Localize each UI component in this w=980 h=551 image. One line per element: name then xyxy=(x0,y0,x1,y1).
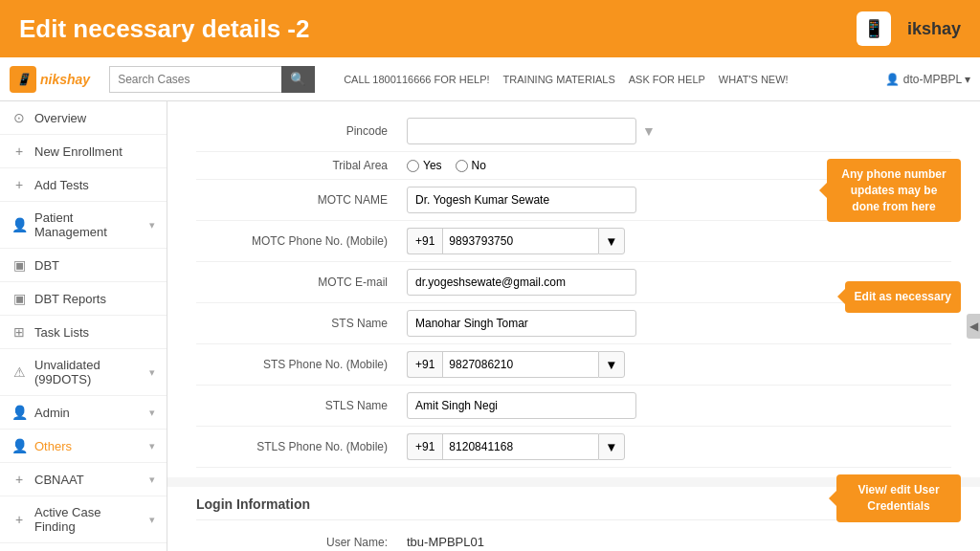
sidebar-label-task-lists: Task Lists xyxy=(34,325,155,340)
admin-icon: 👤 xyxy=(11,405,27,420)
collapse-sidebar-button[interactable]: ◀ xyxy=(967,314,980,339)
sidebar-label-dbt-reports: DBT Reports xyxy=(34,292,155,306)
tribal-area-yes[interactable]: Yes xyxy=(407,159,442,172)
cbnaat-icon: + xyxy=(11,472,27,487)
nav-logo-box: 📱 xyxy=(10,66,36,93)
navbar: 📱 nikshay 🔍 CALL 1800116666 FOR HELP! TR… xyxy=(0,57,980,101)
header-logo: 📱 nikshay xyxy=(857,11,961,46)
sidebar-label-patient-management: Patient Management xyxy=(34,210,142,239)
username-value: tbu-MPBPL01 xyxy=(407,535,484,549)
sidebar-item-active-case[interactable]: + Active Case Finding ▾ xyxy=(0,496,167,543)
sidebar-item-dbt[interactable]: ▣ DBT xyxy=(0,249,167,282)
tribal-area-radios: Yes No xyxy=(407,159,486,172)
logo-icon-box: 📱 xyxy=(857,11,891,46)
sidebar-item-others[interactable]: 👤 Others ▾ xyxy=(0,430,167,463)
sidebar-item-add-tests[interactable]: + Add Tests xyxy=(0,168,167,202)
nav-link-training[interactable]: TRAINING MATERIALS xyxy=(503,74,615,85)
nav-links: CALL 1800116666 FOR HELP! TRAINING MATER… xyxy=(344,74,788,85)
page-title: Edit necessary details -2 xyxy=(19,14,309,44)
label-sts-phone: STS Phone No. (Mobile) xyxy=(196,358,407,371)
sts-phone-wrap: +91 ▼ xyxy=(407,351,625,378)
dbt-reports-icon: ▣ xyxy=(11,291,27,306)
input-sts-name[interactable] xyxy=(407,310,636,337)
sidebar-item-cbnaat[interactable]: + CBNAAT ▾ xyxy=(0,463,167,496)
nav-logo: 📱 nikshay xyxy=(10,66,90,93)
sidebar-item-admin[interactable]: 👤 Admin ▾ xyxy=(0,396,167,430)
sidebar: ⊙ Overview + New Enrollment + Add Tests … xyxy=(0,101,167,551)
input-motc-email[interactable] xyxy=(407,269,636,296)
input-motc-name[interactable] xyxy=(407,187,636,213)
stls-phone-prefix: +91 xyxy=(407,433,442,460)
input-sts-phone[interactable] xyxy=(442,351,598,378)
dbt-icon: ▣ xyxy=(11,257,27,273)
content-area: ◀ Pincode ▼ Tribal Area Yes No xyxy=(167,101,980,551)
label-motc-phone: MOTC Phone No. (Mobile) xyxy=(196,234,407,248)
sidebar-label-others: Others xyxy=(34,439,142,453)
form-row-sts-name: STS Name xyxy=(196,303,951,344)
form-row-stls-name: STLS Name xyxy=(196,386,951,427)
sidebar-label-overview: Overview xyxy=(34,111,155,125)
main-layout: ⊙ Overview + New Enrollment + Add Tests … xyxy=(0,101,980,551)
cbnaat-arrow: ▾ xyxy=(149,474,155,486)
label-stls-phone: STLS Phone No. (Mobile) xyxy=(196,440,407,453)
sidebar-item-new-enrollment[interactable]: + New Enrollment xyxy=(0,135,167,168)
sidebar-label-unvalidated: Unvalidated (99DOTS) xyxy=(34,358,142,386)
label-motc-email: MOTC E-mail xyxy=(196,276,407,289)
add-tests-icon: + xyxy=(11,177,27,192)
sidebar-item-task-lists[interactable]: ⊞ Task Lists xyxy=(0,316,167,349)
patient-management-arrow: ▾ xyxy=(149,219,155,231)
motc-phone-dropdown[interactable]: ▼ xyxy=(598,228,624,254)
label-username: User Name: xyxy=(196,536,407,549)
stls-phone-dropdown[interactable]: ▼ xyxy=(598,433,624,460)
nav-logo-text: nikshay xyxy=(40,72,90,87)
search-wrap: 🔍 xyxy=(109,66,315,93)
unvalidated-icon: ⚠ xyxy=(11,364,27,380)
tribal-no-radio[interactable] xyxy=(456,160,468,172)
nav-link-help[interactable]: ASK FOR HELP xyxy=(629,74,705,85)
others-icon: 👤 xyxy=(11,438,27,453)
active-case-icon: + xyxy=(11,512,27,527)
sidebar-label-new-enrollment: New Enrollment xyxy=(34,144,155,159)
sidebar-item-patient-management[interactable]: 👤 Patient Management ▾ xyxy=(0,202,167,249)
tribal-yes-radio[interactable] xyxy=(407,160,419,172)
motc-phone-prefix: +91 xyxy=(407,228,442,254)
new-enrollment-icon: + xyxy=(11,143,27,159)
nav-link-call[interactable]: CALL 1800116666 FOR HELP! xyxy=(344,74,489,85)
label-pincode: Pincode xyxy=(196,124,407,138)
sidebar-label-add-tests: Add Tests xyxy=(34,178,155,192)
input-stls-name[interactable] xyxy=(407,392,636,419)
header-banner: Edit necessary details -2 📱 nikshay xyxy=(0,0,980,57)
label-tribal-area: Tribal Area xyxy=(196,159,407,172)
form-row-motc-phone: MOTC Phone No. (Mobile) +91 ▼ xyxy=(196,221,951,262)
sidebar-label-active-case: Active Case Finding xyxy=(34,505,142,534)
sidebar-item-unvalidated[interactable]: ⚠ Unvalidated (99DOTS) ▾ xyxy=(0,349,167,396)
search-button[interactable]: 🔍 xyxy=(281,66,315,93)
label-stls-name: STLS Name xyxy=(196,399,407,412)
tribal-area-no[interactable]: No xyxy=(456,159,486,172)
sidebar-item-dbt-reports[interactable]: ▣ DBT Reports xyxy=(0,282,167,316)
motc-phone-wrap: +91 ▼ xyxy=(407,228,625,254)
sts-phone-dropdown[interactable]: ▼ xyxy=(598,351,624,378)
user-label: dto-MPBPL ▾ xyxy=(903,73,970,86)
label-motc-name: MOTC NAME xyxy=(196,193,407,207)
pincode-dropdown-icon: ▼ xyxy=(642,123,656,139)
input-pincode[interactable] xyxy=(407,118,636,144)
patient-management-icon: 👤 xyxy=(11,217,27,232)
sidebar-item-overview[interactable]: ⊙ Overview xyxy=(0,101,167,135)
label-sts-name: STS Name xyxy=(196,317,407,330)
overview-icon: ⊙ xyxy=(11,110,27,125)
user-icon: 👤 xyxy=(885,73,900,86)
task-lists-icon: ⊞ xyxy=(11,324,27,340)
callout-credentials: View/ edit User Credentials xyxy=(836,474,961,522)
logo-text: nikshay xyxy=(897,19,961,39)
callout-phone-updates: Any phone number updates may be done fro… xyxy=(827,159,961,222)
sidebar-label-cbnaat: CBNAAT xyxy=(34,473,142,487)
unvalidated-arrow: ▾ xyxy=(149,366,155,379)
search-input[interactable] xyxy=(109,66,281,93)
nav-user[interactable]: 👤 dto-MPBPL ▾ xyxy=(885,73,970,86)
nav-link-new[interactable]: WHAT'S NEW! xyxy=(719,74,789,85)
stls-phone-wrap: +91 ▼ xyxy=(407,433,625,460)
active-case-arrow: ▾ xyxy=(149,514,155,526)
input-stls-phone[interactable] xyxy=(442,433,598,460)
input-motc-phone[interactable] xyxy=(442,228,598,254)
